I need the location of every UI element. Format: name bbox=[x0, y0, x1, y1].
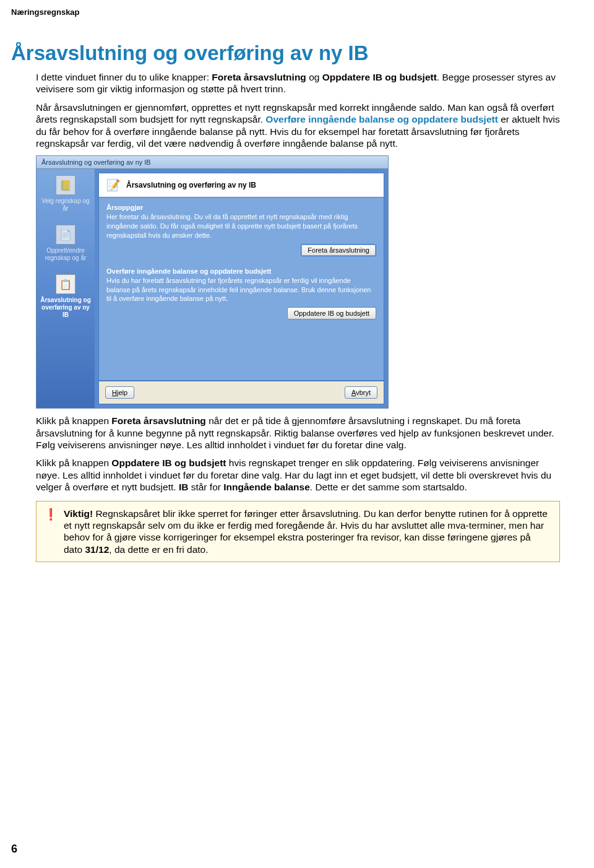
wizard-footer: Hjelp Avbryt bbox=[98, 381, 384, 404]
warning-box: ❗ Viktig! Regnskapsåret blir ikke sperre… bbox=[36, 501, 560, 563]
sidebar-item-label: Velg regnskap og år bbox=[39, 197, 92, 212]
section-body: Hvis du har foretatt årsavslutning før f… bbox=[106, 276, 376, 304]
wizard-header-icon: 📝 bbox=[105, 177, 121, 193]
wizard-main: 📝 Årsavslutning og overføring av ny IB Å… bbox=[95, 169, 388, 408]
warning-lead: Viktig! bbox=[64, 508, 93, 519]
report-icon: 📋 bbox=[56, 274, 75, 294]
cancel-label: vbryt bbox=[356, 389, 371, 396]
text-run: Klikk på knappen bbox=[36, 415, 111, 426]
wizard-panel: Årsoppgjør Her foretar du årsavslutning.… bbox=[98, 197, 384, 381]
sidebar-item-select-accounting[interactable]: 📒 Velg regnskap og år bbox=[39, 175, 92, 212]
intro-paragraph-1: I dette vinduet finner du to ulike knapp… bbox=[36, 71, 560, 95]
sidebar-item-label: Opprett/endre regnskap og år bbox=[39, 247, 92, 262]
warning-date: 31/12 bbox=[85, 544, 109, 555]
page-header: Næringsregnskap bbox=[0, 0, 594, 17]
text-run: . Dette er det samme som startsaldo. bbox=[310, 482, 467, 492]
text-bold: Inngående balanse bbox=[223, 482, 310, 492]
help-label: jelp bbox=[117, 389, 127, 396]
cancel-button[interactable]: Avbryt bbox=[345, 386, 377, 399]
sidebar-item-label: Årsavslutning og overføring av ny IB bbox=[39, 297, 92, 319]
intro-paragraph-2: Når årsavslutningen er gjennomført, oppr… bbox=[36, 102, 560, 150]
text-bold: Foreta årsavslutning bbox=[111, 415, 205, 426]
text-run: I dette vinduet finner du to ulike knapp… bbox=[36, 72, 212, 82]
section-title: Årsoppgjør bbox=[106, 204, 376, 211]
text-run: Klikk på knappen bbox=[36, 458, 111, 468]
warning-icon: ❗ bbox=[44, 508, 58, 522]
text-bold: Oppdatere IB og budsjett bbox=[322, 72, 437, 82]
wizard-header-title: Årsavslutning og overføring av ny IB bbox=[126, 181, 256, 189]
section-title: Overføre inngående balanse og oppdatere … bbox=[106, 267, 376, 275]
wizard-window: Årsavslutning og overføring av ny IB 📒 V… bbox=[36, 155, 389, 409]
warning-text: , da dette er en fri dato. bbox=[109, 544, 208, 555]
text-run: og bbox=[306, 72, 322, 82]
foreta-arsavslutning-button[interactable]: Foreta årsavslutning bbox=[301, 244, 376, 256]
sidebar-item-create-edit[interactable]: 📄 Opprett/endre regnskap og år bbox=[39, 225, 92, 262]
wizard-titlebar: Årsavslutning og overføring av ny IB bbox=[37, 156, 388, 169]
section-body: Her foretar du årsavslutning. Du vil da … bbox=[106, 212, 376, 240]
wizard-sidebar: 📒 Velg regnskap og år 📄 Opprett/endre re… bbox=[37, 169, 95, 408]
wizard-header: 📝 Årsavslutning og overføring av ny IB bbox=[98, 173, 384, 197]
sidebar-item-year-end[interactable]: 📋 Årsavslutning og overføring av ny IB bbox=[39, 274, 92, 319]
wizard-section-transfer-balance: Overføre inngående balanse og oppdatere … bbox=[106, 267, 376, 320]
ledger-icon: 📒 bbox=[56, 175, 75, 195]
text-blue-bold: Overføre inngående balanse og oppdatere … bbox=[265, 114, 498, 124]
text-bold: Foreta årsavslutning bbox=[212, 72, 306, 82]
wizard-section-year-end: Årsoppgjør Her foretar du årsavslutning.… bbox=[106, 204, 376, 256]
page-title: Årsavslutning og overføring av ny IB bbox=[11, 41, 560, 65]
help-button[interactable]: Hjelp bbox=[105, 386, 134, 399]
text-bold: IB bbox=[179, 482, 189, 492]
body-paragraph-3: Klikk på knappen Foreta årsavslutning nå… bbox=[36, 415, 560, 451]
document-icon: 📄 bbox=[56, 225, 75, 245]
text-run: står for bbox=[188, 482, 223, 492]
page-number: 6 bbox=[11, 843, 17, 856]
body-paragraph-4: Klikk på knappen Oppdatere IB og budsjet… bbox=[36, 457, 560, 493]
text-bold: Oppdatere IB og budsjett bbox=[111, 458, 226, 468]
oppdatere-ib-budsjett-button[interactable]: Oppdatere IB og budsjett bbox=[287, 307, 376, 319]
